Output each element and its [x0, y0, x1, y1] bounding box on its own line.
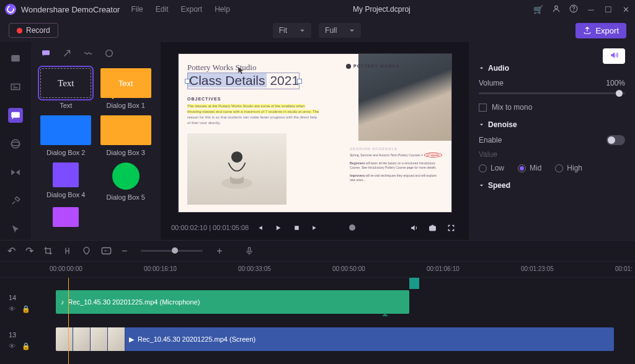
timeline-marker-clip[interactable]	[409, 278, 419, 289]
asset-dialog-2[interactable]: Dialog Box 2	[38, 115, 94, 156]
full-dropdown[interactable]: Full	[319, 23, 361, 38]
audio-section-header[interactable]: Audio	[479, 64, 625, 73]
title-bar: Wondershare DemoCreator File Edit Export…	[0, 0, 635, 19]
speed-section-header[interactable]: Speed	[479, 181, 625, 190]
help-icon[interactable]	[569, 4, 578, 15]
callout-tool-icon[interactable]	[41, 48, 51, 61]
asset-dialog-6[interactable]	[38, 207, 94, 227]
track-1-controls[interactable]: 👁🔒	[9, 305, 30, 313]
video-play-icon: ▶	[129, 335, 134, 344]
asset-dialog-4[interactable]: Dialog Box 4	[38, 162, 94, 201]
denoise-high-radio[interactable]: High	[555, 164, 582, 172]
volume-icon[interactable]	[406, 220, 422, 236]
asset-text[interactable]: Text Text	[38, 68, 94, 109]
ruler-mark: 00:00:33:05	[238, 265, 271, 272]
close-icon[interactable]: ✕	[621, 5, 630, 14]
titles-icon[interactable]	[8, 79, 23, 94]
record-label: Record	[26, 26, 50, 35]
timeline-panel: ↶ ↷ − + 00:00:00:00 00:00:16:10 00:00:33…	[0, 240, 635, 364]
svg-point-14	[431, 226, 433, 229]
transitions-icon[interactable]	[8, 165, 23, 180]
shape-tool-icon[interactable]	[104, 48, 114, 61]
video-clip[interactable]: ▶ Rec_10.45.30 20201225.mp4 (Screen)	[56, 327, 614, 351]
svg-point-0	[555, 6, 558, 9]
canvas-objectives-heading: OBJECTIVES	[187, 97, 336, 101]
annotations-icon[interactable]	[8, 108, 23, 123]
prev-frame-button[interactable]	[251, 220, 267, 236]
menu-export[interactable]: Export	[180, 5, 202, 14]
lock-icon[interactable]: 🔒	[22, 342, 30, 350]
track-2-controls[interactable]: 👁🔒	[9, 342, 30, 350]
play-button[interactable]	[270, 220, 286, 236]
menu-file[interactable]: File	[131, 5, 143, 14]
cursor-icon	[237, 66, 246, 78]
denoise-mid-radio[interactable]: Mid	[518, 164, 541, 172]
undo-icon[interactable]: ↶	[7, 245, 16, 257]
enable-toggle[interactable]	[606, 135, 625, 145]
lock-icon[interactable]: 🔒	[22, 305, 30, 313]
maximize-icon[interactable]: ☐	[604, 5, 613, 14]
asset-dialog4-thumb	[53, 162, 79, 187]
svg-point-7	[11, 142, 20, 146]
denoise-low-radio[interactable]: Low	[479, 164, 504, 172]
zoom-slider[interactable]	[141, 250, 203, 252]
library-icon[interactable]	[8, 51, 23, 66]
visibility-icon[interactable]: 👁	[9, 305, 16, 313]
sketch-tool-icon[interactable]	[83, 48, 93, 61]
preview-panel: Pottery Works Studio Class Details 2021 …	[161, 42, 469, 240]
asset-label: Dialog Box 3	[107, 149, 145, 156]
split-icon[interactable]	[63, 246, 72, 255]
snapshot-icon[interactable]	[424, 220, 440, 236]
audio-tab-button[interactable]	[603, 48, 625, 64]
zoom-out-icon[interactable]: −	[122, 246, 127, 257]
export-button[interactable]: Export	[575, 23, 626, 38]
stop-button[interactable]	[288, 220, 304, 236]
fullscreen-icon[interactable]	[443, 220, 459, 236]
mix-to-mono-checkbox[interactable]: Mix to mono	[479, 103, 625, 112]
canvas-logo-text: POTTERY WORKS	[346, 64, 399, 69]
timeline-tools: ↶ ↷ − +	[0, 241, 635, 262]
record-dot-icon	[17, 28, 22, 33]
timeline-tracks[interactable]: 14 👁🔒 13 👁🔒 ♪ Rec_10.45.30 20201225.mp4 …	[0, 278, 635, 364]
denoise-section-header[interactable]: Denoise	[479, 120, 625, 129]
effects-icon[interactable]	[8, 193, 23, 208]
asset-dialog2-thumb	[40, 115, 91, 145]
ruler-mark: 00:00:50:00	[332, 265, 365, 272]
fit-dropdown[interactable]: Fit	[273, 23, 311, 38]
marker-icon[interactable]	[82, 246, 91, 255]
asset-dialog-3[interactable]: Dialog Box 3	[99, 115, 154, 156]
record-button[interactable]: Record	[9, 23, 58, 38]
ruler-mark: 00:01:06:10	[427, 265, 460, 272]
menu-help[interactable]: Help	[215, 5, 230, 14]
preview-canvas[interactable]: Pottery Works Studio Class Details 2021 …	[179, 54, 451, 212]
checkbox-icon	[479, 104, 487, 112]
volume-slider[interactable]	[479, 92, 625, 94]
playback-marker-icon[interactable]	[349, 224, 355, 231]
redo-icon[interactable]: ↷	[25, 245, 33, 257]
svg-point-9	[106, 50, 113, 57]
denoise-section-label: Denoise	[488, 120, 517, 129]
speed-icon[interactable]	[101, 247, 112, 255]
audio-clip[interactable]: ♪ Rec_10.45.30 20201225.mp4 (Microphone)	[56, 290, 409, 314]
volume-value: 100%	[606, 79, 625, 87]
arrow-tool-icon[interactable]	[62, 48, 72, 61]
crop-icon[interactable]	[43, 246, 53, 255]
main-menu: File Edit Export Help	[131, 5, 229, 14]
user-icon[interactable]	[552, 4, 561, 15]
asset-dialog1-thumb: Text	[100, 68, 151, 98]
cart-icon[interactable]: 🛒	[533, 5, 543, 14]
stickers-icon[interactable]	[8, 136, 23, 151]
timeline-ruler[interactable]: 00:00:00:00 00:00:16:10 00:00:33:05 00:0…	[0, 262, 635, 278]
mic-icon[interactable]	[245, 246, 254, 256]
menu-edit[interactable]: Edit	[156, 5, 169, 14]
zoom-in-icon[interactable]: +	[216, 246, 222, 257]
asset-text-thumb: Text	[40, 68, 91, 98]
asset-dialog-1[interactable]: Text Dialog Box 1	[99, 68, 154, 109]
playhead[interactable]	[68, 278, 69, 364]
visibility-icon[interactable]: 👁	[9, 342, 16, 350]
asset-dialog5-thumb	[112, 162, 140, 190]
minimize-icon[interactable]: ─	[587, 5, 595, 14]
asset-dialog-5[interactable]: Dialog Box 5	[99, 162, 154, 201]
next-frame-button[interactable]	[307, 220, 323, 236]
cursor-tab-icon[interactable]	[8, 222, 23, 237]
